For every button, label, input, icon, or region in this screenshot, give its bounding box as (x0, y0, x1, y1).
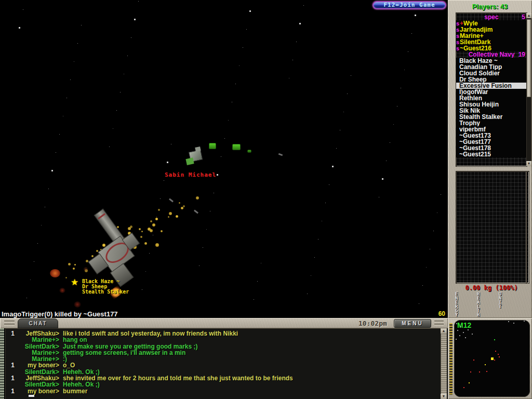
radar-blip-yellowBig (491, 357, 494, 360)
scroll-up-icon[interactable]: ▲ (441, 328, 447, 334)
trail-dot (158, 209, 160, 211)
cargo-weight-readout: 0.00 kg (100%) (456, 284, 527, 291)
clock-display: 10:02pm (358, 320, 387, 327)
distant-ship (278, 153, 283, 156)
roster-player-row[interactable]: ~Guest215 (456, 151, 527, 157)
chat-message: SilentDark>Heheh. Ok ;) (8, 368, 293, 375)
chat-message: 1my boner>bummer (8, 388, 293, 394)
trail-dot (179, 202, 180, 204)
distant-ship (194, 210, 198, 214)
radar-blip-red (479, 371, 480, 373)
trail-dot (73, 268, 75, 270)
drone-ship (209, 143, 216, 149)
spectator-flag: s (456, 20, 460, 26)
trail-dot (150, 220, 152, 222)
chat-message: Marine+>hang on (8, 336, 293, 342)
spectator-flag: s (456, 33, 460, 39)
radar-blip-green (494, 339, 495, 340)
trail-dot (141, 231, 143, 232)
radar-blip-gray (457, 330, 458, 331)
kill-status-text: ImagoTrigger(0) killed by ~Guest177 (2, 310, 118, 318)
trail-dot (169, 212, 172, 215)
game-screen: Sabin Michael ★ Black Haze ~Dr SheepStea… (0, 0, 532, 399)
sector-label: M12 (457, 321, 471, 329)
gauge-label-health: HEALTH (477, 292, 480, 317)
chat-log[interactable]: 1JeffShaku>like i told swift and sol yes… (5, 328, 441, 399)
scrollbar-thumb[interactable] (527, 19, 531, 97)
squad-member-label: Stealth Stalker (82, 289, 129, 295)
chat-tab-bar: CHAT 10:02pm MENU (0, 318, 448, 328)
game-viewport[interactable]: Sabin Michael ★ Black Haze ~Dr SheepStea… (0, 0, 448, 310)
trail-dot (176, 215, 178, 218)
radar-blip-gray (456, 323, 457, 324)
radar-blip-red (494, 360, 495, 361)
trail-dot (168, 216, 169, 218)
chat-panel: CHAT 10:02pm MENU 1JeffShaku>like i told… (0, 318, 448, 399)
minimap-panel: M12 (448, 318, 532, 399)
radar-blip-gray (472, 334, 473, 335)
trail-dot (196, 196, 199, 200)
chat-message: SilentDark>Heheh. Ok ;) (8, 381, 293, 387)
scroll-up-icon[interactable]: ▲ (526, 13, 531, 18)
radar-blip-yellow (485, 364, 486, 365)
spectator-flag: s (456, 26, 460, 33)
radar-blip-red (473, 360, 474, 361)
trail-dot (74, 264, 76, 265)
enemy-name-label: Sabin Michael (165, 171, 216, 178)
chat-scrollbar[interactable]: ▲ ▼ (441, 328, 447, 399)
status-bar: ImagoTrigger(0) killed by ~Guest177 60 (0, 310, 448, 318)
star-icon: ★ (71, 277, 78, 288)
explosion-blob (50, 269, 60, 277)
chat-message: 1JeffShaku>she invited me over for 2 hou… (8, 375, 293, 381)
radar-blip-gray (465, 337, 466, 338)
drone-ship (232, 144, 241, 150)
chat-message: Marine+>getting some screens, i'll anwse… (8, 349, 293, 355)
explosion-blob (59, 288, 65, 293)
radar-blip-gray (460, 326, 461, 327)
trail-dot (68, 263, 71, 265)
gauge-labels: ENERGYHEALTHUNIT (448, 292, 532, 318)
radar-blip-gray (459, 335, 460, 336)
gauge-label-energy: ENERGY (455, 292, 458, 317)
minimap-left-trim (449, 323, 453, 395)
trail-dot (155, 243, 159, 247)
join-game-button[interactable]: F12=Join Game (373, 1, 446, 9)
radar-blip-gray (508, 321, 509, 322)
chat-message: 1my boner>o_O (8, 362, 293, 368)
squad-name-labels: Black Haze ~Dr SheepStealth Stalker (82, 279, 129, 295)
radar-blip-gray (513, 323, 514, 324)
radar-blip-gray (524, 321, 525, 322)
enemy-ship (183, 145, 209, 168)
trail-dot (152, 223, 155, 227)
tab-chat[interactable]: CHAT (18, 318, 58, 328)
spectator-flag: s (456, 45, 460, 51)
radar-blip-gray (456, 339, 457, 340)
chat-input-cursor[interactable] (29, 395, 34, 397)
scroll-down-icon[interactable]: ▼ (441, 394, 447, 399)
radar-blip-red (470, 371, 471, 373)
trail-dot (181, 207, 183, 209)
radar-blip-red (486, 371, 487, 372)
trail-dot (155, 218, 158, 220)
explosion-blob (83, 267, 88, 271)
radar-blip-red (498, 354, 499, 355)
secondary-list-empty (456, 171, 529, 283)
radar-blip-red (463, 387, 464, 388)
players-count-header: Players: 43 (448, 3, 532, 10)
distant-ship (169, 198, 174, 203)
player-list-scrollbar[interactable]: ▲ ▼ (526, 13, 531, 166)
trail-dot (183, 205, 185, 207)
radar-blip-gray (468, 329, 469, 330)
chat-message: 1JeffShaku>like i told swift and sol yes… (8, 330, 293, 336)
chat-message: Marine+>:) (8, 355, 293, 362)
minimap: M12 (454, 320, 530, 397)
radar-blip-yellow (469, 382, 470, 383)
trail-dot (65, 277, 67, 278)
radar-blip-gray (463, 332, 464, 333)
player-list[interactable]: spec5s+WylesJarheadjimsMarine+sSilentDar… (456, 13, 527, 166)
explosion-blob (74, 301, 81, 308)
menu-button[interactable]: MENU (394, 319, 431, 328)
starfield (0, 0, 1, 1)
radar-blip-red (499, 356, 500, 357)
scroll-down-icon[interactable]: ▼ (526, 161, 531, 166)
